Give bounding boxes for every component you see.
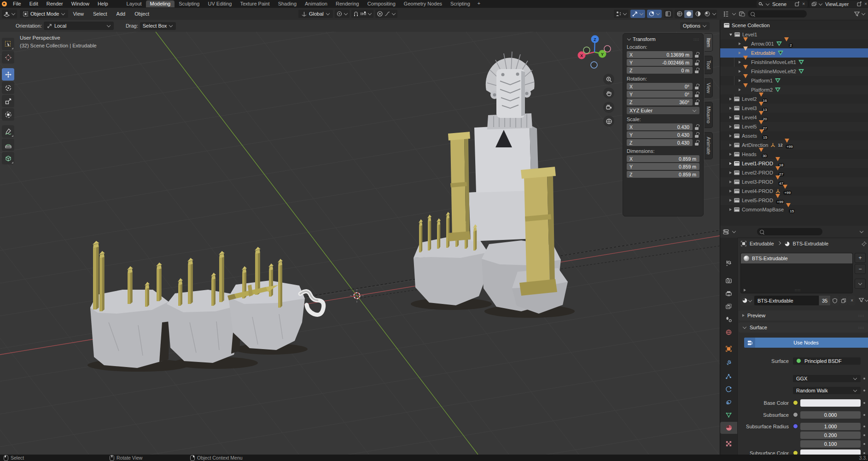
outliner-row-level5-prod[interactable]: Level5-PROD +99 bbox=[720, 196, 868, 205]
expand-icon[interactable] bbox=[729, 116, 732, 119]
use-nodes-button[interactable]: Use Nodes bbox=[744, 338, 868, 348]
rotate-tool[interactable] bbox=[2, 82, 14, 94]
scale-x-field[interactable]: X0.430 bbox=[627, 123, 693, 130]
lock-icon[interactable] bbox=[695, 68, 699, 73]
tab-physics-properties[interactable] bbox=[720, 383, 737, 395]
animate-dot[interactable] bbox=[863, 378, 865, 379]
expand-icon[interactable] bbox=[739, 61, 741, 64]
gizmos-button[interactable] bbox=[630, 10, 645, 18]
tab-material-properties[interactable] bbox=[720, 422, 737, 434]
expand-icon[interactable] bbox=[729, 144, 732, 146]
workspace-texture-paint[interactable]: Texture Paint bbox=[236, 0, 274, 7]
animate-dot[interactable] bbox=[863, 414, 865, 416]
blender-logo-icon[interactable] bbox=[2, 1, 7, 6]
radius-y-field[interactable]: 0.200 bbox=[800, 432, 861, 439]
subsurface-color-swatch[interactable] bbox=[800, 449, 861, 455]
outliner-row-arrow001[interactable]: Arrow.001 2 bbox=[720, 39, 868, 48]
gizmo-z-negative[interactable] bbox=[591, 62, 597, 68]
expand-icon[interactable] bbox=[739, 70, 741, 73]
menu-select[interactable]: Select bbox=[88, 11, 112, 17]
lock-icon[interactable] bbox=[695, 140, 699, 146]
material-specials[interactable] bbox=[858, 297, 868, 303]
lock-icon[interactable] bbox=[695, 52, 699, 58]
collapse-icon[interactable] bbox=[729, 34, 732, 36]
tab-mixamo[interactable]: Mixamo bbox=[705, 102, 713, 128]
properties-search-input[interactable] bbox=[757, 228, 822, 235]
outliner-row-level4[interactable]: Level4 20 bbox=[720, 113, 868, 122]
editor-type-button[interactable] bbox=[2, 10, 17, 18]
new-viewlayer-icon[interactable] bbox=[856, 1, 862, 7]
menu-file[interactable]: File bbox=[9, 0, 25, 8]
mode-dropdown[interactable]: Object Mode bbox=[20, 10, 68, 18]
display-mode-icon[interactable] bbox=[739, 11, 746, 18]
orientation-dropdown[interactable]: Local bbox=[44, 22, 114, 30]
workspace-scripting[interactable]: Scripting bbox=[446, 0, 474, 7]
outliner-row-platform2[interactable]: Platform2 bbox=[720, 85, 868, 94]
expand-icon[interactable] bbox=[729, 199, 732, 202]
tab-scene-properties[interactable] bbox=[720, 313, 737, 325]
transform-orientation-dropdown[interactable]: Global bbox=[298, 10, 333, 18]
copy-material-button[interactable] bbox=[839, 296, 848, 305]
measure-tool[interactable] bbox=[2, 139, 14, 151]
camera-view-button[interactable] bbox=[603, 102, 614, 113]
outliner-row-level2-prod[interactable]: Level2-PROD 27 bbox=[720, 168, 868, 177]
animate-dot[interactable] bbox=[863, 426, 865, 427]
add-cube-tool[interactable] bbox=[2, 152, 14, 164]
tab-render-properties[interactable] bbox=[720, 274, 737, 286]
scale-tool[interactable] bbox=[2, 95, 14, 107]
snap-pivot-button[interactable] bbox=[335, 10, 350, 18]
preview-panel-header[interactable]: Preview :::: bbox=[739, 310, 868, 321]
drag-dropdown[interactable]: Select Box bbox=[140, 22, 176, 30]
tab-modifier-properties[interactable] bbox=[720, 356, 737, 368]
location-y-field[interactable]: Y-0.002466 m bbox=[627, 59, 693, 66]
outliner-row-level2[interactable]: Level2 16 bbox=[720, 94, 868, 104]
expand-icon[interactable] bbox=[729, 162, 732, 165]
gizmo-x-negative[interactable] bbox=[604, 46, 611, 52]
shading-rendered-button[interactable] bbox=[703, 10, 711, 18]
filter-icon[interactable] bbox=[854, 11, 860, 17]
surface-shader-field[interactable]: Principled BSDF bbox=[793, 357, 861, 365]
expand-icon[interactable] bbox=[729, 190, 732, 193]
zoom-button[interactable] bbox=[603, 74, 614, 85]
tab-texture-properties[interactable] bbox=[720, 438, 737, 449]
move-tool[interactable] bbox=[2, 68, 14, 81]
sss-method-dropdown[interactable]: Random Walk bbox=[793, 387, 861, 394]
remove-viewlayer-icon[interactable]: × bbox=[863, 1, 868, 6]
menu-window[interactable]: Window bbox=[67, 0, 93, 8]
expand-icon[interactable] bbox=[729, 107, 732, 110]
outliner-row-commonmapbase[interactable]: CommonMapBase 15 bbox=[720, 205, 868, 214]
outliner-row-scene-collection[interactable]: Scene Collection bbox=[720, 21, 868, 30]
outliner-row-platform1[interactable]: Platform1 bbox=[720, 76, 868, 85]
radius-x-field[interactable]: 1.000 bbox=[800, 423, 861, 430]
dimensions-z-field[interactable]: Z0.859 m bbox=[627, 171, 699, 178]
remove-slot-button[interactable]: − bbox=[855, 264, 866, 274]
breadcrumb-material[interactable]: BTS-Extrudable bbox=[793, 241, 829, 246]
overlays-button[interactable] bbox=[647, 10, 662, 18]
scene-selector[interactable]: Scene × bbox=[757, 0, 808, 7]
transform-panel-header[interactable]: Transform :::: bbox=[627, 36, 699, 42]
rotation-y-field[interactable]: Y0° bbox=[627, 91, 693, 98]
outliner-row-level3-prod[interactable]: Level3-PROD 47 bbox=[720, 177, 868, 187]
properties-editor-icon[interactable] bbox=[722, 228, 729, 235]
outliner-row-finishlinemoveleft2[interactable]: FinishlineMoveLeft2 bbox=[720, 67, 868, 76]
chevron-down-icon[interactable] bbox=[860, 229, 863, 233]
subsurface-slider[interactable]: 0.000 bbox=[800, 411, 861, 419]
outliner-editor-icon[interactable] bbox=[722, 11, 729, 18]
lock-icon[interactable] bbox=[695, 124, 699, 130]
shading-solid-button[interactable] bbox=[684, 10, 693, 18]
surface-panel-header[interactable]: Surface :::: bbox=[739, 322, 868, 333]
menu-edit[interactable]: Edit bbox=[25, 0, 42, 8]
tab-tool[interactable]: Tool bbox=[705, 56, 713, 74]
scale-z-field[interactable]: Z0.430 bbox=[627, 139, 693, 146]
panel-grip[interactable]: :::: bbox=[858, 326, 864, 330]
outliner-row-level1-prod[interactable]: Level1-PROD 18 bbox=[720, 159, 868, 168]
workspace-uv-editing[interactable]: UV Editing bbox=[204, 0, 236, 7]
scale-y-field[interactable]: Y0.430 bbox=[627, 131, 693, 138]
options-dropdown[interactable]: Options bbox=[680, 22, 710, 30]
animate-dot[interactable] bbox=[863, 434, 865, 436]
distribution-dropdown[interactable]: GGX bbox=[793, 375, 861, 382]
material-slot-active[interactable]: BTS-Extrudable bbox=[741, 253, 852, 263]
tab-object-properties[interactable] bbox=[720, 343, 737, 355]
menu-render[interactable]: Render bbox=[42, 0, 67, 8]
expand-icon[interactable] bbox=[729, 171, 732, 174]
